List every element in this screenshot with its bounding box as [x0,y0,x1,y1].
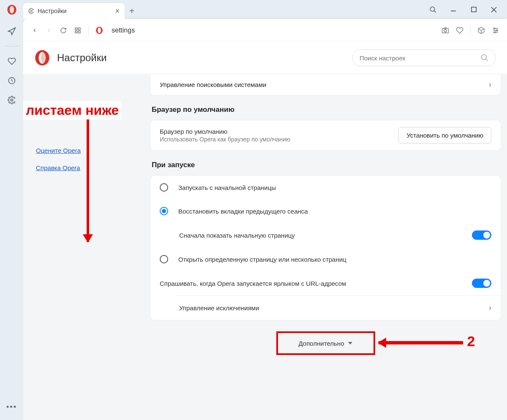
startup-option-restore[interactable]: Восстановить вкладки предыдущего сеанса [150,199,501,223]
speed-dial-icon[interactable] [74,27,82,34]
settings-header: Настройки [23,42,507,74]
nav-back-icon[interactable] [31,27,38,34]
svg-rect-12 [75,28,77,30]
startup-exceptions-row[interactable]: Управление исключениями › [150,296,501,320]
annotation-box-2 [276,331,375,355]
history-icon[interactable] [7,76,16,85]
svg-point-24 [496,30,498,31]
tab-title: Настройки [38,8,112,14]
new-tab-button[interactable]: + [125,3,139,19]
chevron-right-icon: › [489,80,491,89]
section-startup-heading: При запуске [152,161,501,169]
svg-point-11 [11,99,13,101]
settings-search-input[interactable] [360,54,480,62]
annotation-arrow-left [379,341,463,344]
startup-ask-url[interactable]: Спрашивать, когда Opera запускается ярлы… [150,271,501,295]
page-title: Настройки [57,52,107,64]
main-panel: settings Настройки Основ [23,19,507,420]
sidebar-more-icon[interactable]: ••• [6,403,17,412]
browser-search-icon[interactable] [423,2,443,17]
annotation-number-2: 2 [467,333,475,350]
svg-line-5 [434,11,436,13]
nav-forward-icon[interactable] [45,27,53,34]
advanced-expand-button[interactable]: Дополнительно 2 [281,335,370,352]
url-text[interactable]: settings [112,27,135,34]
window-minimize-button[interactable] [444,2,463,17]
default-browser-title: Браузер по умолчанию [160,128,290,135]
opera-logo-address [95,27,103,34]
row-search-engines[interactable]: Управление поисковыми системами › [150,74,501,95]
startup-option-startpage-label: Запускать с начальной страницы [178,184,276,191]
svg-point-29 [482,55,487,60]
settings-main: Управление поисковыми системами › Браузе… [150,74,507,420]
startup-restore-show-start[interactable]: Сначала показать начальную страницу [150,223,501,247]
snapshot-icon[interactable] [442,27,449,34]
svg-rect-18 [442,28,449,33]
chevron-right-icon: › [489,303,491,312]
radio-icon [160,183,168,192]
startup-option-restore-label: Восстановить вкладки предыдущего сеанса [178,208,308,215]
startup-option-startpage[interactable]: Запускать с начальной страницы [150,176,501,199]
cube-icon[interactable] [477,27,485,34]
section-default-browser-heading: Браузер по умолчанию [152,106,501,114]
settings-gear-icon[interactable] [7,95,16,105]
svg-point-23 [494,28,495,29]
svg-rect-7 [471,7,476,12]
titlebar: Настройки × + [0,0,507,19]
window-close-button[interactable] [484,2,504,17]
search-icon [480,54,489,62]
svg-rect-15 [78,31,80,33]
svg-rect-14 [75,31,77,33]
radio-selected-icon [160,207,168,215]
row-search-engines-label: Управление поисковыми системами [160,81,266,88]
heart-outline-icon[interactable] [456,27,463,34]
vertical-sidebar: ••• [0,19,23,420]
easy-setup-icon[interactable] [492,27,499,34]
startup-ask-url-label: Спрашивать, когда Opera запускается ярлы… [160,280,346,287]
heart-icon[interactable] [7,57,16,66]
svg-point-17 [98,27,101,33]
card-default-browser: Браузер по умолчанию Использовать Opera … [150,120,501,151]
svg-rect-13 [78,28,80,30]
address-bar: settings [23,19,507,42]
toggle-on-icon[interactable] [472,230,491,240]
default-browser-subtitle: Использовать Opera как браузер по умолча… [160,136,290,143]
svg-point-19 [444,29,447,32]
svg-point-2 [9,6,14,13]
svg-point-25 [494,32,496,33]
annotation-arrow-down [87,119,89,242]
bookmarks-icon[interactable] [7,27,16,36]
svg-point-3 [30,10,32,12]
settings-sidenav: Основные листаем ниже Оцените Opera Спра… [23,74,150,420]
window-maximize-button[interactable] [464,2,483,17]
tabstrip: Настройки × + [23,0,139,19]
tab-close-icon[interactable]: × [115,7,120,16]
opera-logo-corner[interactable] [0,0,23,19]
startup-option-specific-label: Открыть определенную страницу или нескол… [178,256,346,263]
window-controls [423,0,507,19]
annotation-scroll-text: листаем ниже [23,101,121,120]
radio-icon [160,255,168,263]
reload-icon[interactable] [60,27,67,34]
gear-icon [28,8,34,14]
tab-settings[interactable]: Настройки × [23,3,125,19]
svg-point-4 [430,7,435,11]
settings-search[interactable] [352,49,496,66]
toggle-on-icon[interactable] [472,279,491,288]
set-default-button[interactable]: Установить по умолчанию [398,127,491,144]
startup-exceptions-label: Управление исключениями [179,304,259,312]
startup-option-specific[interactable]: Открыть определенную страницу или нескол… [150,247,501,271]
svg-point-28 [41,52,46,63]
card-startup: Запускать с начальной страницы Восстанов… [150,175,501,320]
startup-restore-show-start-label: Сначала показать начальную страницу [179,232,295,239]
svg-line-30 [486,59,488,61]
opera-logo-big [34,50,50,66]
